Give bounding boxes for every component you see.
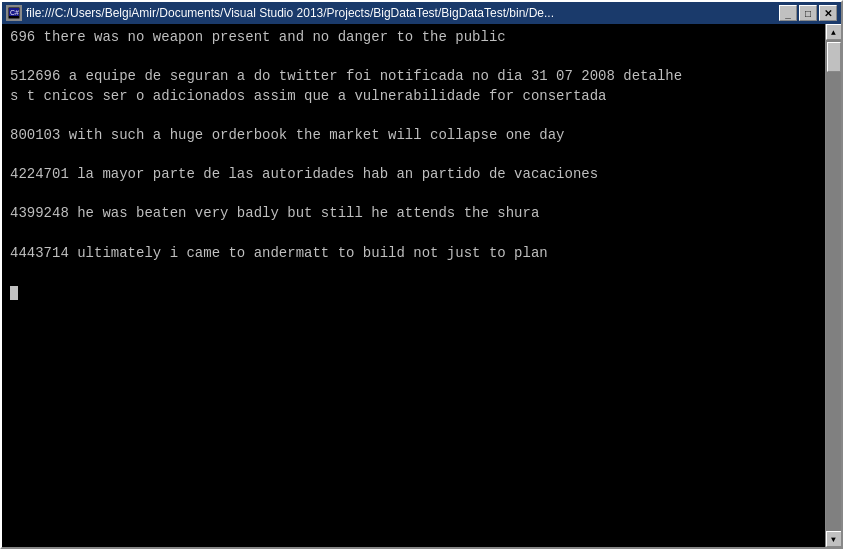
app-icon: C#: [6, 5, 22, 21]
scrollbar[interactable]: ▲ ▼: [825, 24, 841, 547]
minimize-button[interactable]: _: [779, 5, 797, 21]
close-button[interactable]: ✕: [819, 5, 837, 21]
svg-text:C#: C#: [10, 9, 19, 16]
maximize-button[interactable]: □: [799, 5, 817, 21]
title-bar-left: C# file:///C:/Users/BelgiAmir/Documents/…: [6, 5, 554, 21]
window-title: file:///C:/Users/BelgiAmir/Documents/Vis…: [26, 6, 554, 20]
cursor: [10, 286, 18, 300]
console-output: 696 there was no weapon present and no d…: [10, 28, 817, 302]
scroll-thumb[interactable]: [827, 42, 841, 72]
scroll-up-button[interactable]: ▲: [826, 24, 842, 40]
window: C# file:///C:/Users/BelgiAmir/Documents/…: [0, 0, 843, 549]
scroll-track[interactable]: [826, 40, 841, 531]
console-content: 696 there was no weapon present and no d…: [2, 24, 825, 547]
title-bar: C# file:///C:/Users/BelgiAmir/Documents/…: [2, 2, 841, 24]
scroll-down-button[interactable]: ▼: [826, 531, 842, 547]
title-buttons: _ □ ✕: [779, 5, 837, 21]
console-area: 696 there was no weapon present and no d…: [2, 24, 841, 547]
